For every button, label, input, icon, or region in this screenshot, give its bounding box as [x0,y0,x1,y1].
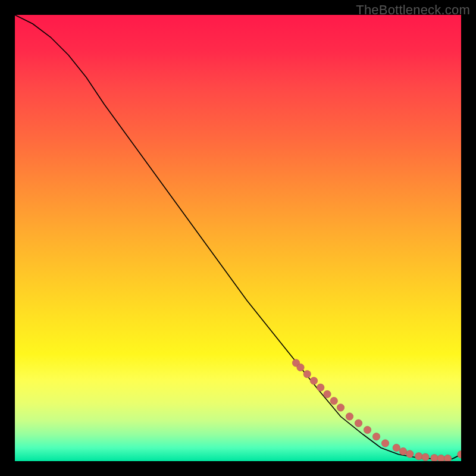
chart-marker [297,364,304,371]
chart-marker [399,447,406,455]
chart-marker [317,384,324,391]
chart-plot-area [15,15,461,461]
chart-marker [324,390,331,397]
chart-marker [330,397,337,405]
chart-marker [422,453,429,461]
chart-marker [458,451,461,458]
chart-marker [303,371,311,378]
chart-marker [437,455,444,461]
chart-marker [393,444,400,451]
chart-marker [310,377,317,384]
chart-marker [444,455,451,461]
chart-marker [364,426,371,433]
chart-marker [415,453,422,460]
chart-svg [15,15,461,461]
chart-marker [337,404,344,411]
chart-marker [346,413,353,420]
chart-marker [355,419,362,427]
chart-marker [431,455,438,461]
chart-marker [381,440,389,447]
chart-curve [15,15,461,459]
chart-marker [406,450,414,458]
chart-marker [372,433,380,440]
watermark-text: TheBottleneck.com [356,2,470,18]
chart-markers-group [292,359,461,461]
